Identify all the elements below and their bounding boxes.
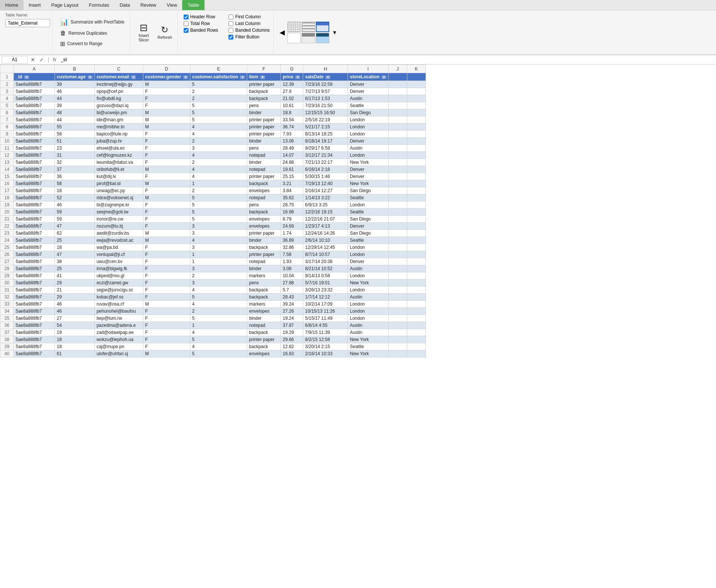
cell-r27-c6[interactable]: notepad: [247, 258, 281, 265]
cell-r10-c7[interactable]: 13.06: [281, 138, 303, 145]
cell-r35-c7[interactable]: 19.24: [281, 315, 303, 322]
cell-r16-c2[interactable]: 58: [55, 180, 95, 187]
style-box-5[interactable]: [316, 33, 329, 43]
cell-r30-c6[interactable]: pens: [247, 279, 281, 287]
cell-r4-c5[interactable]: 2: [190, 95, 247, 102]
cell-r38-c8[interactable]: 8/2/15 12:58: [303, 336, 348, 343]
cell-r27-c5[interactable]: 1: [190, 258, 247, 265]
cell-r34-c5[interactable]: 2: [190, 308, 247, 315]
cell-r28-c4[interactable]: F: [143, 265, 190, 272]
cell-r18-c7[interactable]: 35.62: [281, 194, 303, 201]
cell-r5-c2[interactable]: 39: [55, 102, 95, 109]
cell-r6-c8[interactable]: 12/15/15 16:50: [303, 109, 348, 116]
cell-r23-c8[interactable]: 12/24/16 14:26: [303, 230, 348, 237]
cell-r18-c1[interactable]: 5ae8a988fb7: [14, 194, 55, 201]
cell-r24-c3[interactable]: ewja@revodcet.ac: [94, 237, 143, 244]
cell-r14-c1[interactable]: 5ae8a988fb7: [14, 166, 55, 173]
cell-r21-c1[interactable]: 5ae8a988fb7: [14, 216, 55, 223]
cell-r8-c5[interactable]: 4: [190, 123, 247, 131]
cell-r11-c6[interactable]: pens: [247, 145, 281, 152]
cell-r22-c8[interactable]: 1/23/17 4:13: [303, 223, 348, 230]
cell-r20-c1[interactable]: 5ae8a988fb7: [14, 209, 55, 216]
menu-home[interactable]: Home: [0, 0, 24, 10]
cell-r24-c5[interactable]: 4: [190, 237, 247, 244]
cell-r12-c8[interactable]: 3/12/17 21:34: [303, 152, 348, 159]
cell-r35-c1[interactable]: 5ae8a988fb7: [14, 315, 55, 322]
cell-reference-input[interactable]: [1, 56, 28, 63]
cell-r24-c9[interactable]: Seattle: [348, 237, 389, 244]
cell-r16-c7[interactable]: 3.21: [281, 180, 303, 187]
cell-r14-c9[interactable]: Denver: [348, 166, 389, 173]
cell-r16-c8[interactable]: 7/19/13 12:40: [303, 180, 348, 187]
cell-r25-c5[interactable]: 3: [190, 244, 247, 251]
cell-r36-c1[interactable]: 5ae8a988fb7: [14, 322, 55, 329]
cell-r29-c6[interactable]: markers: [247, 272, 281, 279]
cell-r15-c4[interactable]: F: [143, 173, 190, 180]
cell-r29-c9[interactable]: London: [348, 272, 389, 279]
cell-r3-c4[interactable]: F: [143, 88, 190, 95]
cell-r31-c8[interactable]: 3/26/13 23:32: [303, 287, 348, 294]
cell-r10-c4[interactable]: F: [143, 138, 190, 145]
cell-r40-c4[interactable]: M: [143, 350, 190, 357]
cell-r10-c5[interactable]: 2: [190, 138, 247, 145]
cell-r33-c8[interactable]: 10/2/14 17:09: [303, 301, 348, 308]
cell-r21-c6[interactable]: envelopes: [247, 216, 281, 223]
cell-r39-c1[interactable]: 5ae8a988fb7: [14, 343, 55, 350]
cell-r6-c1[interactable]: 5ae8a988fb7: [14, 109, 55, 116]
cell-r38-c7[interactable]: 29.66: [281, 336, 303, 343]
cell-r34-c4[interactable]: F: [143, 308, 190, 315]
cell-r36-c9[interactable]: Austin: [348, 322, 389, 329]
cell-r40-c7[interactable]: 16.83: [281, 350, 303, 357]
cell-r7-c9[interactable]: London: [348, 116, 389, 123]
cell-r20-c5[interactable]: 5: [190, 209, 247, 216]
cell-r19-c8[interactable]: 6/9/13 3:25: [303, 201, 348, 209]
cell-r20-c9[interactable]: Seattle: [348, 209, 389, 216]
cell-r28-c2[interactable]: 25: [55, 265, 95, 272]
banded-columns-input[interactable]: [228, 28, 233, 33]
cell-r9-c4[interactable]: F: [143, 131, 190, 138]
cell-r8-c3[interactable]: me@mibhe.tn: [94, 123, 143, 131]
cell-r15-c3[interactable]: kut@dij.lv: [94, 173, 143, 180]
cell-r22-c5[interactable]: 3: [190, 223, 247, 230]
cell-r17-c3[interactable]: unwag@ec.py: [94, 187, 143, 194]
cell-r11-c8[interactable]: 9/29/17 6:58: [303, 145, 348, 152]
cell-r14-c2[interactable]: 37: [55, 166, 95, 173]
cell-r4-c2[interactable]: 44: [55, 95, 95, 102]
cell-r26-c5[interactable]: 1: [190, 251, 247, 258]
convert-to-range-button[interactable]: ⊞ Convert to Range: [57, 39, 105, 49]
cell-r26-c9[interactable]: London: [348, 251, 389, 258]
cell-r36-c3[interactable]: pazedma@adena.e: [94, 322, 143, 329]
cell-r26-c8[interactable]: 8/7/14 10:57: [303, 251, 348, 258]
cell-r10-c8[interactable]: 8/18/14 19:17: [303, 138, 348, 145]
cell-r29-c4[interactable]: F: [143, 272, 190, 279]
cell-r7-c8[interactable]: 2/5/16 22:19: [303, 116, 348, 123]
cell-r37-c9[interactable]: Austin: [348, 329, 389, 336]
cell-r12-c9[interactable]: London: [348, 152, 389, 159]
cell-r31-c7[interactable]: 5.7: [281, 287, 303, 294]
cell-r27-c4[interactable]: F: [143, 258, 190, 265]
cell-r36-c7[interactable]: 37.87: [281, 322, 303, 329]
cell-r39-c6[interactable]: backpack: [247, 343, 281, 350]
cell-r27-c7[interactable]: 1.93: [281, 258, 303, 265]
cell-r7-c5[interactable]: 5: [190, 116, 247, 123]
cell-r17-c2[interactable]: 18: [55, 187, 95, 194]
cell-r14-c4[interactable]: M: [143, 166, 190, 173]
cell-r16-c3[interactable]: pirof@bal.id: [94, 180, 143, 187]
cell-r33-c4[interactable]: M: [143, 301, 190, 308]
cell-r3-c2[interactable]: 46: [55, 88, 95, 95]
cell-r14-c3[interactable]: oribofub@li.et: [94, 166, 143, 173]
cell-r6-c9[interactable]: San Diego: [348, 109, 389, 116]
cell-r9-c1[interactable]: 5ae8a988fb7: [14, 131, 55, 138]
cell-r29-c8[interactable]: 9/14/13 0:58: [303, 272, 348, 279]
header-storelocation[interactable]: storeLocation ▼: [348, 73, 389, 81]
cell-r25-c6[interactable]: backpack: [247, 244, 281, 251]
cell-r29-c3[interactable]: ukped@mo.gl: [94, 272, 143, 279]
cell-r30-c3[interactable]: eczi@zamet.gw: [94, 279, 143, 287]
cell-r36-c2[interactable]: 54: [55, 322, 95, 329]
cell-r20-c8[interactable]: 12/2/16 19:15: [303, 209, 348, 216]
cell-r17-c1[interactable]: 5ae8a988fb7: [14, 187, 55, 194]
cell-r39-c8[interactable]: 3/20/14 2:15: [303, 343, 348, 350]
cell-r15-c6[interactable]: printer paper: [247, 173, 281, 180]
cell-r34-c7[interactable]: 27.26: [281, 308, 303, 315]
cell-r4-c4[interactable]: F: [143, 95, 190, 102]
